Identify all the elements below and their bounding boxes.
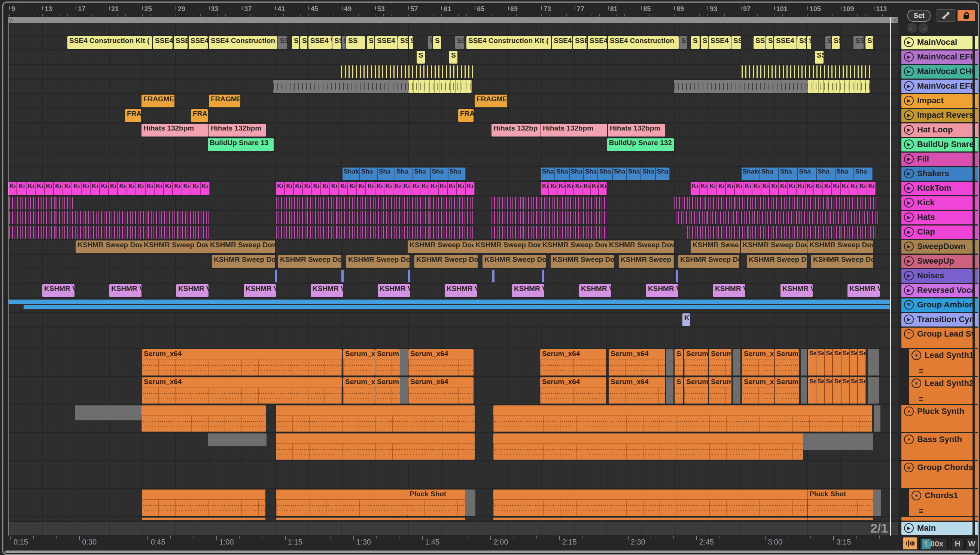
clip[interactable]: SSE4 — [588, 36, 607, 49]
clip[interactable] — [868, 349, 879, 375]
clip[interactable] — [666, 349, 673, 375]
clip-cell[interactable]: Se — [808, 349, 816, 375]
track-color-strip[interactable] — [975, 461, 979, 488]
track-color-strip[interactable] — [975, 433, 979, 460]
sidebar-item-buildup-snares[interactable]: ▶BuildUp Snares — [901, 138, 972, 151]
clip[interactable] — [742, 66, 872, 78]
lane-transition-cym[interactable]: K — [8, 313, 898, 327]
clip[interactable] — [275, 269, 277, 282]
clip[interactable]: KSHMR Sweep Do — [811, 255, 873, 268]
sidebar-item-fill[interactable]: ▶Fill — [901, 152, 972, 166]
clip-cell[interactable]: Sha — [627, 168, 641, 180]
height-zoom-button[interactable]: H — [951, 537, 964, 551]
waveform-view-button[interactable] — [903, 537, 917, 549]
clip-cell[interactable]: Sha — [835, 168, 854, 180]
clip-cell[interactable]: Ki — [466, 182, 475, 195]
clip-cell[interactable]: Ki — [726, 182, 735, 195]
track-color-strip[interactable] — [975, 226, 979, 239]
clip[interactable]: Serum_x64 — [142, 377, 342, 404]
clip-cell[interactable]: Se — [842, 377, 850, 404]
track-color-strip[interactable] — [975, 269, 979, 283]
fold-icon[interactable]: ▼ — [911, 379, 921, 388]
link-tool-button[interactable] — [937, 9, 955, 22]
clip[interactable]: S — [342, 36, 346, 49]
track-color-strip[interactable] — [975, 80, 979, 93]
clip[interactable] — [491, 211, 607, 224]
clip[interactable]: KSHMR Sweep Dow — [607, 241, 674, 253]
clip[interactable]: KSHMR Sweep Dow — [408, 241, 473, 253]
clip[interactable]: BuildUp Snare 13 — [208, 138, 274, 151]
lane-mainvocal-cho[interactable] — [8, 65, 898, 79]
clip[interactable] — [341, 66, 473, 78]
hamburger-icon[interactable]: ≡ — [919, 368, 924, 374]
lane-lead-synth1[interactable]: Serum_x64Serum_xSerumSerum_x64Serum_x64S… — [8, 349, 898, 376]
lane-hats[interactable] — [8, 211, 898, 225]
lane-sweepdown[interactable]: KSHMR Sweep DowKSHMR Sweep DowKSHMR Swee… — [8, 240, 898, 253]
clip[interactable]: Hihats 132bpm — [608, 124, 665, 136]
lane-kick[interactable] — [8, 196, 898, 210]
sidebar-item-mainvocal[interactable]: ▶MainVocal — [901, 36, 972, 50]
sidebar-item-sweepdown[interactable]: ▶SweepDown — [901, 240, 972, 253]
clip-cell[interactable]: Sha — [779, 168, 798, 180]
track-color-strip[interactable] — [975, 36, 979, 50]
lane-lead-synth2[interactable]: Serum_x64Serum_xSerumSerum_x64Serum_x64S… — [8, 377, 898, 404]
clip-cell[interactable]: Ki — [770, 182, 779, 195]
play-icon[interactable]: ▶ — [904, 37, 914, 47]
play-icon[interactable]: ▶ — [904, 81, 914, 91]
clip-cell[interactable]: Ki — [72, 182, 81, 195]
clip[interactable] — [868, 377, 879, 404]
lane-reversed-vocal[interactable]: KSHMR VKSHMR VKSHMR VKSHMR VKSHMR VKSHMR… — [8, 284, 898, 297]
sidebar-item-mainvocal-efe[interactable]: ▶MainVocal EFE — [901, 80, 972, 93]
clip-cell[interactable]: Ki — [154, 182, 164, 195]
sidebar-item-pluck-synth[interactable]: ▼Pluck Synth — [901, 405, 972, 432]
clip-cell[interactable]: Ki — [411, 182, 420, 195]
track-color-strip[interactable] — [975, 327, 979, 348]
clip-cell[interactable]: Ki — [100, 182, 109, 195]
clip-cell[interactable]: Ki — [717, 182, 726, 195]
lane-bass-synth[interactable] — [8, 433, 898, 460]
fold-icon[interactable]: ▼ — [904, 406, 914, 416]
play-icon[interactable]: ▶ — [904, 168, 914, 178]
clip-cell[interactable]: Ki — [752, 182, 761, 195]
clip[interactable]: Pluck Shot — [808, 489, 873, 516]
clip[interactable]: SSE4 — [552, 36, 572, 49]
clip[interactable] — [687, 226, 876, 239]
clip-cell[interactable]: Ki — [348, 182, 357, 195]
sidebar-item-hats[interactable]: ▶Hats — [901, 211, 972, 225]
track-color-strip[interactable] — [975, 94, 979, 108]
play-icon[interactable]: ▶ — [904, 183, 914, 193]
clip[interactable] — [276, 518, 465, 520]
clip-cell[interactable]: Ki — [841, 182, 850, 195]
sidebar-item-kick[interactable]: ▶Kick — [901, 196, 972, 210]
clip-cell[interactable]: Ki — [850, 182, 858, 195]
clip-cell[interactable]: Sha — [641, 168, 655, 180]
clip-cell[interactable]: Shakers2 — [343, 168, 360, 180]
clip-cell[interactable]: Ki — [127, 182, 136, 195]
lane-mainvocal-effe[interactable]: SSSS — [8, 50, 898, 64]
clip[interactable]: SSE4 V — [375, 36, 397, 49]
clip[interactable] — [493, 406, 872, 431]
clip-cell[interactable]: Ki — [35, 182, 45, 195]
sidebar-item-impact-reverse[interactable]: ▶Impact Reverse — [901, 109, 972, 122]
clip[interactable] — [408, 269, 410, 282]
sidebar-item-sweepup[interactable]: ▶SweepUp — [901, 255, 972, 268]
clip[interactable] — [674, 197, 878, 209]
clip-cell[interactable]: Ki — [54, 182, 63, 195]
clip-cell[interactable]: Ki — [357, 182, 366, 195]
play-icon[interactable]: ▶ — [904, 125, 914, 135]
track-color-strip[interactable] — [975, 182, 979, 195]
forward-button[interactable]: → — [919, 23, 929, 33]
clip-cell[interactable]: Sha — [854, 168, 873, 180]
clip[interactable]: Hihats 132bp — [491, 124, 541, 136]
clip[interactable]: KSHMR Sweep Dow — [808, 241, 873, 253]
clip-cell[interactable]: Sha — [395, 168, 413, 180]
clip[interactable]: Shakers2ShaShaShaShaShaSha — [343, 168, 466, 180]
sidebar-item-chords1[interactable]: ▼Chords1≡ — [909, 489, 972, 516]
clip[interactable]: KSHMR Sweep Do — [212, 255, 275, 268]
clip[interactable]: KSHMR Sweep Do — [747, 255, 807, 268]
clip-cell[interactable]: Ki — [823, 182, 832, 195]
clip[interactable]: Serum — [774, 349, 799, 375]
track-color-strip[interactable] — [975, 377, 979, 404]
clip[interactable] — [142, 518, 266, 520]
clip[interactable]: KSHMR V — [713, 284, 745, 297]
